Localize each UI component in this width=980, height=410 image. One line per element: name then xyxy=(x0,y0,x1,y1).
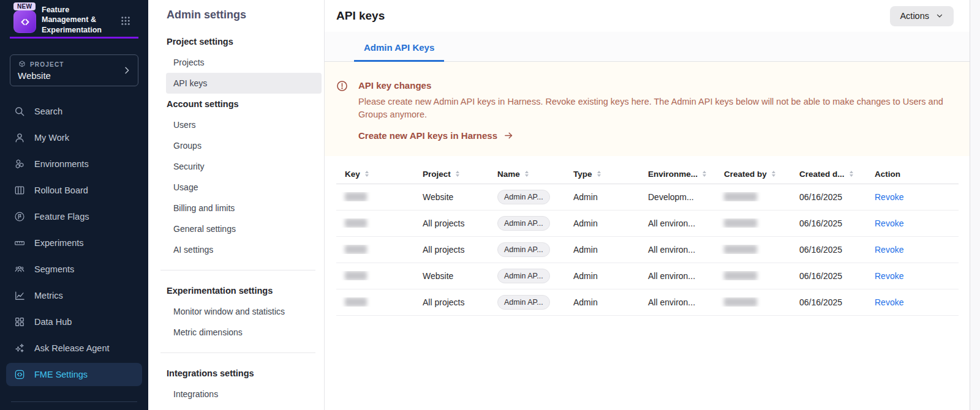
sidebar-item-ask-release-agent[interactable]: Ask Release Agent xyxy=(6,337,142,360)
cell-name: Admin AP... xyxy=(489,190,565,204)
cell-created-by xyxy=(715,297,791,307)
redacted-key-value xyxy=(345,245,367,254)
name-chip: Admin AP... xyxy=(497,190,550,204)
created-date-value: 06/16/2025 xyxy=(799,218,842,228)
sidebar-item-metrics[interactable]: Metrics xyxy=(6,284,142,307)
settings-item-metric-dimensions[interactable]: Metric dimensions xyxy=(166,322,322,343)
cell-key xyxy=(336,271,414,280)
section-heading-experimentation-settings: Experimentation settings xyxy=(167,280,324,301)
sidebar-item-label: Data Hub xyxy=(34,317,72,327)
sidebar-item-my-work[interactable]: My Work xyxy=(6,126,142,149)
revoke-link[interactable]: Revoke xyxy=(875,245,903,255)
created-date-value: 06/16/2025 xyxy=(799,271,842,281)
column-header-created-d[interactable]: Created d... xyxy=(791,170,866,179)
created-date-value: 06/16/2025 xyxy=(799,245,842,255)
actions-button-label: Actions xyxy=(900,11,929,21)
settings-item-general-settings[interactable]: General settings xyxy=(166,218,322,239)
settings-item-groups[interactable]: Groups xyxy=(166,135,322,156)
sidebar-item-segments[interactable]: Segments xyxy=(6,258,142,281)
sort-icon[interactable] xyxy=(703,171,706,177)
sort-icon[interactable] xyxy=(597,171,601,177)
cell-environment: All environ... xyxy=(639,218,715,228)
sort-icon[interactable] xyxy=(456,171,459,177)
sort-icon[interactable] xyxy=(525,171,529,177)
redacted-key-value xyxy=(345,271,367,280)
new-badge: NEW xyxy=(13,2,36,10)
sidebar-item-label: Environments xyxy=(34,159,89,169)
section-heading-account-settings: Account settings xyxy=(167,94,324,114)
sidebar-item-label: Search xyxy=(34,106,62,116)
brand-header: NEW Feature Management & Experimentation xyxy=(0,0,148,37)
settings-item-usage[interactable]: Usage xyxy=(166,177,322,198)
settings-item-integrations[interactable]: Integrations xyxy=(166,384,322,404)
project-value: All projects xyxy=(423,218,464,228)
section-heading-integrations-settings: Integrations settings xyxy=(167,363,324,384)
settings-item-security[interactable]: Security xyxy=(166,156,322,177)
ruler-icon xyxy=(13,237,26,249)
sort-icon[interactable] xyxy=(850,171,853,177)
cell-created-by xyxy=(715,271,791,280)
settings-item-projects[interactable]: Projects xyxy=(166,52,322,73)
revoke-link[interactable]: Revoke xyxy=(875,192,903,202)
column-header-key[interactable]: Key xyxy=(336,170,414,179)
column-header-action: Action xyxy=(866,170,946,179)
column-header-project[interactable]: Project xyxy=(414,170,489,179)
settings-item-api-keys[interactable]: API keys xyxy=(166,73,322,94)
notice-content: API key changes Please create new Admin … xyxy=(358,80,945,141)
table-row: All projectsAdmin AP...AdminAll environ.… xyxy=(336,289,959,316)
panel-divider xyxy=(160,270,315,270)
actions-button[interactable]: Actions xyxy=(890,6,954,26)
segments-icon xyxy=(13,263,26,275)
sidebar-item-label: Ask Release Agent xyxy=(34,343,110,353)
redacted-created-by-value xyxy=(724,297,757,307)
cell-type: Admin xyxy=(565,245,639,255)
table-row: All projectsAdmin AP...AdminAll environ.… xyxy=(336,211,959,237)
settings-item-billing-and-limits[interactable]: Billing and limits xyxy=(166,198,322,218)
column-header-name[interactable]: Name xyxy=(489,170,565,179)
tab-admin-api-keys[interactable]: Admin API Keys xyxy=(354,35,444,62)
user-icon xyxy=(13,132,26,144)
revoke-link[interactable]: Revoke xyxy=(875,218,903,228)
sidebar-item-data-hub[interactable]: Data Hub xyxy=(6,310,142,334)
apps-grid-icon[interactable] xyxy=(120,15,131,29)
revoke-link[interactable]: Revoke xyxy=(875,297,903,307)
sort-icon[interactable] xyxy=(772,171,775,177)
sidebar-item-feature-flags[interactable]: Feature Flags xyxy=(6,205,142,228)
settings-item-users[interactable]: Users xyxy=(166,114,322,135)
settings-item-ai-settings[interactable]: AI settings xyxy=(166,239,322,260)
cell-name: Admin AP... xyxy=(489,216,565,231)
table-row: All projectsAdmin AP...AdminAll environ.… xyxy=(336,237,959,263)
cell-environment: All environ... xyxy=(639,271,715,281)
main-content: API keys Actions Admin API Keys API key … xyxy=(325,0,970,410)
column-header-environme[interactable]: Environme... xyxy=(639,170,715,179)
column-header-created-by[interactable]: Created by xyxy=(715,170,791,179)
sidebar-item-rollout-board[interactable]: Rollout Board xyxy=(6,179,142,202)
cell-created-date: 06/16/2025 xyxy=(791,218,866,228)
project-value: All projects xyxy=(423,297,464,307)
create-api-keys-link[interactable]: Create new API keys in Harness xyxy=(358,130,945,141)
created-date-value: 06/16/2025 xyxy=(799,297,842,307)
cell-created-by xyxy=(715,245,791,254)
revoke-link[interactable]: Revoke xyxy=(875,271,903,281)
admin-settings-title: Admin settings xyxy=(167,9,324,21)
column-header-label: Name xyxy=(497,170,520,179)
sidebar-divider xyxy=(11,401,137,402)
sidebar-item-search[interactable]: Search xyxy=(6,100,142,123)
sidebar-item-experiments[interactable]: Experiments xyxy=(6,231,142,255)
project-value: Website xyxy=(423,192,453,202)
sidebar-item-label: Segments xyxy=(34,264,74,274)
cell-created-date: 06/16/2025 xyxy=(791,297,866,307)
sidebar-item-environments[interactable]: Environments xyxy=(6,152,142,176)
column-header-type[interactable]: Type xyxy=(565,170,639,179)
sidebar-item-fme-settings[interactable]: FME Settings xyxy=(6,363,142,386)
redacted-created-by-value xyxy=(724,245,757,254)
column-header-label: Created d... xyxy=(799,170,845,179)
fme-logo-icon xyxy=(13,10,36,33)
name-chip: Admin AP... xyxy=(497,242,550,257)
project-selector[interactable]: PROJECT Website xyxy=(10,54,138,86)
sort-icon[interactable] xyxy=(365,171,369,177)
cell-action: Revoke xyxy=(866,271,946,281)
chevron-right-icon xyxy=(122,65,132,77)
settings-item-monitor-window-and-statistics[interactable]: Monitor window and statistics xyxy=(166,301,322,322)
scrollbar-gutter[interactable] xyxy=(970,0,980,410)
